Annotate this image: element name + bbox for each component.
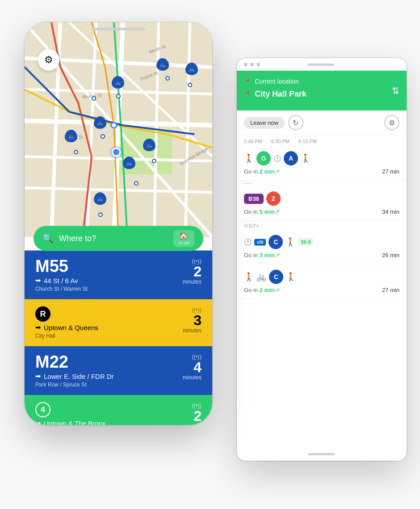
clock-icon-3: 🕐 bbox=[244, 238, 252, 246]
total-time-2: 34 min bbox=[382, 208, 399, 215]
transit-item-r[interactable]: R ➡ Uptown & Queens City Hall ((•)) 3 mi… bbox=[25, 299, 212, 346]
walk-icon-2: 🚶 bbox=[301, 153, 311, 163]
route-circle-4: 4 bbox=[35, 402, 50, 417]
map-pin-3: 🚲 bbox=[185, 63, 198, 75]
settings-button-right[interactable]: ⚙ bbox=[384, 115, 399, 130]
phone-left: Duane St Worth St Murray St Dey St Brook… bbox=[25, 22, 212, 425]
route-badge-2: 2 bbox=[266, 191, 281, 206]
current-location-row: 📍 Current location bbox=[244, 78, 382, 85]
leave-now-tag[interactable]: Leave now bbox=[244, 117, 285, 129]
map-pin-8: 🚲 bbox=[94, 192, 106, 205]
svg-point-19 bbox=[111, 123, 117, 128]
route-direction-m22: ➡ Lower E. Side / FDR Dr bbox=[35, 372, 114, 380]
search-bar[interactable]: 🔍 Where to? 🏠 12 min bbox=[34, 226, 203, 251]
route-stop-m22: Park Row / Spruce St bbox=[35, 382, 114, 388]
walk-icon-4: 🚶 bbox=[244, 272, 254, 282]
route-minutes-4: 2 bbox=[193, 409, 202, 423]
route-result-1[interactable]: 🚶 G 🕐 A 🚶 Go in 2 min↗ 27 min bbox=[237, 146, 407, 181]
route-name-m55: M55 bbox=[35, 258, 88, 275]
route-minutes-r: 3 bbox=[193, 313, 202, 327]
android-dot-3 bbox=[256, 63, 260, 66]
route-result-4[interactable]: 🚶 🚲 C 🚶 Go in 2 min↗ 27 min bbox=[237, 264, 407, 299]
route-badge-G: G bbox=[256, 151, 271, 165]
route-stop-r: City Hall bbox=[35, 333, 98, 339]
settings-button[interactable]: ⚙ bbox=[38, 49, 59, 71]
search-input[interactable]: Where to? bbox=[59, 234, 173, 243]
total-time-4: 27 min bbox=[382, 287, 399, 293]
transit-item-4[interactable]: 4 ➡ Uptown & The Bronx Brooklyn Bridge-C… bbox=[25, 395, 212, 425]
route-icons-4: 🚶 🚲 C 🚶 bbox=[244, 270, 399, 284]
go-time-2: 5 min bbox=[260, 208, 275, 215]
svg-point-28 bbox=[134, 182, 138, 185]
route-name-4: 4 bbox=[35, 402, 105, 417]
divider-dot-3 bbox=[250, 182, 252, 184]
citi-badge: citi bbox=[254, 239, 266, 246]
svg-point-22 bbox=[188, 83, 192, 87]
transit-item-m22[interactable]: M22 ➡ Lower E. Side / FDR Dr Park Row / … bbox=[25, 346, 212, 395]
route-min-label-4: minutes bbox=[183, 423, 202, 425]
route-time-row-4: Go in 2 min↗ 27 min bbox=[244, 287, 399, 293]
map-pin-4: 🚲 bbox=[94, 116, 106, 129]
green-header: 📍 Current location 📍 City Hall Park ⇅ bbox=[237, 71, 407, 110]
route-min-label-r: minutes bbox=[183, 327, 202, 334]
home-time-label: 12 min bbox=[178, 241, 190, 245]
time-bar: Leave now ↻ ⚙ bbox=[237, 110, 407, 135]
map-pin-6: 🚲 bbox=[143, 139, 155, 151]
location-pin-icon: 📍 bbox=[244, 78, 251, 85]
android-notch bbox=[307, 64, 334, 66]
go-time-1: 2 min bbox=[260, 168, 275, 175]
destination-row: 📍 City Hall Park bbox=[244, 89, 382, 99]
route-time-row-2: Go in 5 min↗ 34 min bbox=[244, 208, 399, 215]
go-arrow-2: ↗ bbox=[275, 208, 280, 215]
timestamps-row: 5:45 PM 6:00 PM 6:15 PM bbox=[237, 135, 407, 146]
android-dot-2 bbox=[250, 63, 254, 66]
refresh-button[interactable]: ↻ bbox=[288, 115, 303, 130]
svg-point-23 bbox=[101, 135, 105, 138]
timestamp-3: 6:15 PM bbox=[298, 139, 317, 144]
route-name-r: R bbox=[35, 306, 98, 322]
route-name-m22: M22 bbox=[35, 353, 114, 370]
timestamp-1: 5:45 PM bbox=[244, 139, 262, 144]
svg-point-25 bbox=[152, 159, 156, 163]
total-time-1: 27 min bbox=[382, 168, 399, 175]
timestamp-2: 6:00 PM bbox=[271, 139, 290, 144]
route-result-2[interactable]: B38 2 Go in 5 min↗ 34 min bbox=[237, 186, 407, 221]
route-result-3[interactable]: 🕐 citi C 🚶 $8-9 Go in 3 min↗ 26 min bbox=[237, 229, 407, 264]
route-badge-C-2: C bbox=[269, 270, 283, 284]
destination-pin-icon: 📍 bbox=[244, 91, 251, 98]
section-label-visit: VISIT+ bbox=[237, 221, 407, 229]
map-pin-2: 🚲 bbox=[156, 58, 169, 71]
route-icons-2: B38 2 bbox=[244, 191, 399, 206]
route-icons-1: 🚶 G 🕐 A 🚶 bbox=[244, 151, 399, 165]
search-icon: 🔍 bbox=[42, 233, 54, 244]
current-location-dot bbox=[112, 148, 121, 157]
route-direction-m55: ➡ 44 St / 6 Av bbox=[35, 276, 88, 284]
android-status-dots bbox=[244, 63, 260, 66]
map-pin-5: 🚲 bbox=[65, 130, 77, 142]
go-time-3: 3 min bbox=[260, 252, 275, 259]
android-top-bar bbox=[237, 58, 407, 71]
route-badge-A: A bbox=[284, 151, 298, 165]
route-minutes-m55: 2 bbox=[193, 264, 202, 279]
map-pin-1: 🚲 bbox=[112, 76, 124, 89]
android-dot-1 bbox=[244, 63, 248, 66]
walk-icon-1: 🚶 bbox=[244, 153, 254, 163]
transit-list: M55 ➡ 44 St / 6 Av Church St / Warren St… bbox=[25, 250, 212, 425]
transit-item-m55[interactable]: M55 ➡ 44 St / 6 Av Church St / Warren St… bbox=[25, 250, 212, 299]
swap-button[interactable]: ⇅ bbox=[392, 85, 399, 96]
map-pin-7: 🚲 bbox=[123, 157, 135, 169]
route-min-label-m55: minutes bbox=[183, 279, 202, 285]
walk-icon-3: 🚶 bbox=[286, 237, 295, 247]
divider-dot-1 bbox=[244, 182, 246, 184]
route-badge-C-1: C bbox=[269, 235, 283, 249]
current-location-label: Current location bbox=[255, 78, 299, 85]
go-in-text-4: Go in 2 min↗ bbox=[244, 287, 280, 293]
destination-label: City Hall Park bbox=[255, 89, 307, 99]
scene: Duane St Worth St Murray St Dey St Brook… bbox=[0, 0, 420, 509]
svg-point-21 bbox=[166, 76, 169, 80]
bike-icon: 🚲 bbox=[256, 272, 266, 282]
svg-point-27 bbox=[99, 213, 102, 216]
home-icon: 🏠 bbox=[179, 232, 188, 240]
phone-notch bbox=[92, 28, 145, 30]
route-time-row-3: Go in 3 min↗ 26 min bbox=[244, 252, 399, 259]
